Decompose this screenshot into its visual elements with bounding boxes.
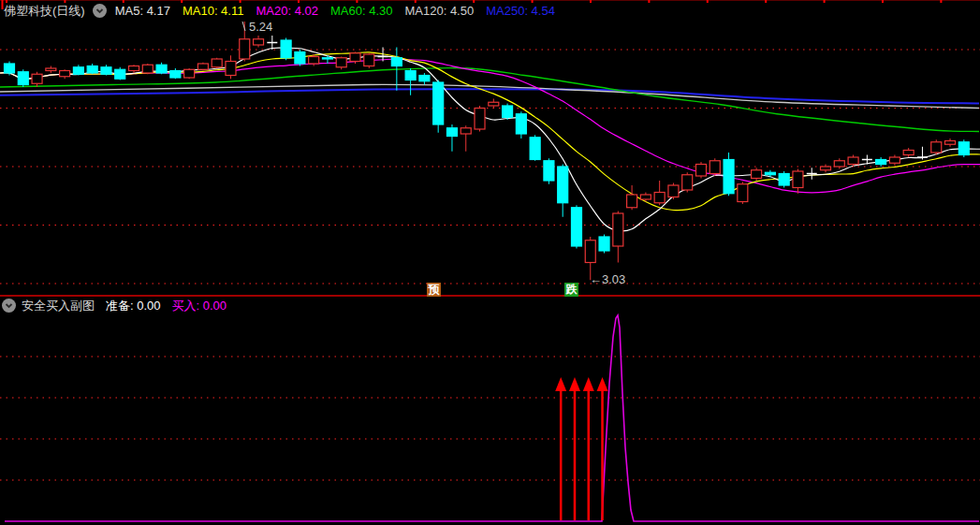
- candle: [558, 165, 568, 217]
- candle: [142, 64, 153, 74]
- candle: [903, 148, 914, 157]
- ma-label: MA60: 4.30: [330, 4, 393, 18]
- candle: [170, 68, 181, 79]
- candle: [446, 124, 457, 152]
- candle: [793, 169, 803, 194]
- candle: [571, 205, 581, 248]
- candle: [627, 185, 637, 210]
- indicator-title: 安全买入副图: [22, 298, 95, 314]
- candle: [724, 153, 734, 196]
- candle: [696, 162, 707, 179]
- price-annotation: 5.24: [249, 20, 272, 34]
- candle: [156, 63, 167, 75]
- candle: [931, 139, 942, 154]
- candle: [709, 158, 720, 176]
- ma5-line: [0, 48, 980, 231]
- candle: [295, 50, 305, 66]
- candle: [682, 172, 693, 192]
- candle: [945, 139, 956, 147]
- candle: [336, 57, 346, 70]
- main-chart-header: 佛塑科技(日线) MA5: 4.17MA10: 4.11MA20: 4.02MA…: [4, 3, 567, 19]
- candle: [876, 157, 886, 167]
- candle: [489, 99, 499, 109]
- candle: [654, 181, 665, 205]
- ma60-line: [0, 68, 979, 132]
- candle: [613, 211, 623, 263]
- ma10-line: [0, 52, 980, 211]
- stock-app-window: 佛塑科技(日线) MA5: 4.17MA10: 4.11MA20: 4.02MA…: [0, 0, 980, 525]
- ma-label: MA5: 4.17: [115, 4, 170, 18]
- candle: [73, 65, 83, 75]
- sub-panel-header: 安全买入副图 准备: 0.00买入: 0.00: [2, 298, 238, 314]
- candle: [212, 58, 222, 68]
- candle: [184, 68, 195, 79]
- signal-badge: 跌: [564, 283, 578, 297]
- chevron-down-icon[interactable]: [93, 4, 107, 18]
- candle: [281, 38, 291, 61]
- candle: [18, 69, 28, 87]
- candle: [544, 158, 554, 184]
- ma-legend: MA5: 4.17MA10: 4.11MA20: 4.02MA60: 4.30M…: [115, 3, 567, 19]
- candle: [87, 64, 97, 74]
- candle: [779, 171, 789, 188]
- buy-arrows: [555, 377, 607, 520]
- buy-arrow: [583, 377, 594, 520]
- candle: [115, 67, 125, 80]
- candle: [46, 66, 56, 74]
- signal-badge: 预: [427, 283, 441, 297]
- ma-label: MA250: 4.54: [486, 4, 555, 18]
- signal-spike-line: [5, 315, 979, 521]
- candle: [226, 55, 236, 79]
- ma-label: MA10: 4.11: [183, 4, 244, 18]
- candle: [516, 111, 526, 139]
- candle: [917, 147, 928, 160]
- ma-label: MA20: 4.02: [256, 4, 318, 18]
- candle: [530, 135, 540, 161]
- candle: [821, 165, 831, 173]
- stock-chart-svg[interactable]: [0, 0, 980, 525]
- candle: [889, 155, 900, 166]
- stock-title: 佛塑科技(日线): [4, 3, 85, 19]
- chevron-down-icon[interactable]: [2, 299, 16, 313]
- ma-lines: [0, 48, 980, 231]
- price-annotation: ←3.03: [590, 272, 625, 286]
- buy-arrow: [569, 377, 580, 520]
- candle: [738, 182, 748, 204]
- candle: [752, 168, 762, 181]
- candle: [101, 65, 111, 75]
- candle: [129, 65, 139, 73]
- candle: [958, 139, 969, 157]
- candle: [461, 125, 471, 152]
- candle: [475, 106, 485, 132]
- candle: [60, 69, 70, 79]
- candle: [5, 62, 15, 76]
- ma-label: MA120: 4.50: [404, 4, 474, 18]
- indicator-values: 准备: 0.00买入: 0.00: [106, 298, 238, 314]
- candle: [433, 80, 444, 133]
- candle: [668, 183, 679, 200]
- candle: [503, 104, 513, 121]
- indicator-value-label: 准备: 0.00: [106, 299, 161, 313]
- ma250-line: [0, 89, 979, 103]
- candle: [807, 168, 817, 180]
- candle: [197, 63, 208, 71]
- main-gridlines: [0, 50, 980, 480]
- candle: [405, 68, 416, 95]
- candle: [599, 235, 609, 254]
- candle: [254, 36, 264, 48]
- candles: [5, 22, 970, 280]
- indicator-value-label: 买入: 0.00: [172, 299, 227, 313]
- candle: [364, 53, 374, 68]
- candle: [32, 72, 42, 87]
- buy-arrow: [555, 377, 566, 520]
- candle: [834, 158, 844, 168]
- candle: [419, 73, 430, 85]
